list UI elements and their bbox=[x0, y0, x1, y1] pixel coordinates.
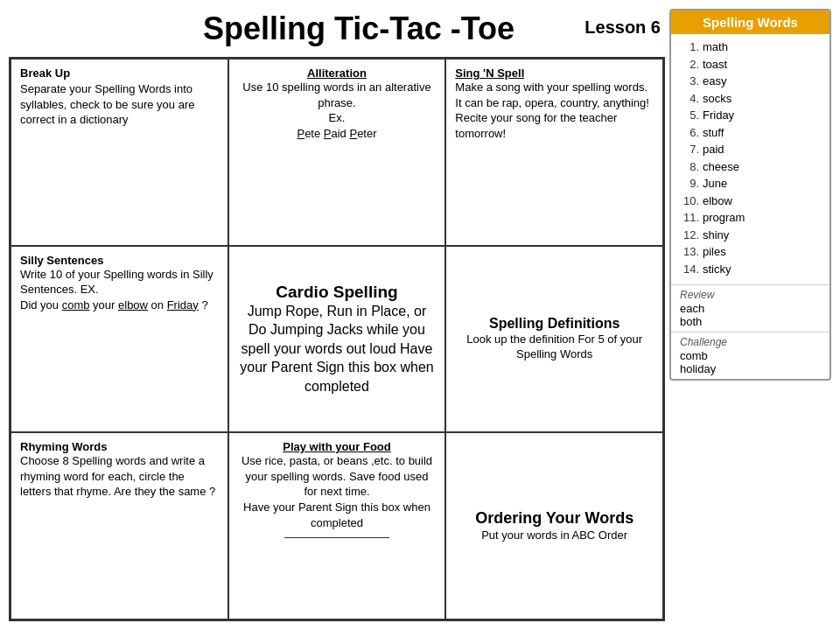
word-item: 11.program bbox=[680, 209, 821, 227]
play-body: Use rice, pasta, or beans ,etc. to build… bbox=[238, 453, 437, 500]
cell-break-up: Break Up Separate your Spelling Words in… bbox=[10, 59, 228, 246]
word-text: stuff bbox=[703, 124, 724, 142]
word-num: 6. bbox=[680, 124, 699, 142]
alliteration-example: Pete Paid Peter bbox=[297, 126, 376, 142]
break-up-body: Separate your Spelling Words into syllab… bbox=[20, 81, 219, 128]
challenge-section: Challenge combholiday bbox=[671, 332, 830, 379]
cell-ordering: Ordering Your Words Put your words in AB… bbox=[445, 432, 663, 620]
cardio-title: Cardio Spelling bbox=[276, 283, 397, 302]
word-text: math bbox=[703, 38, 728, 56]
word-item: 6.stuff bbox=[680, 124, 821, 142]
word-num: 2. bbox=[680, 56, 699, 74]
word-num: 14. bbox=[680, 261, 699, 278]
tic-tac-grid: Break Up Separate your Spelling Words in… bbox=[9, 57, 665, 621]
word-num: 3. bbox=[680, 73, 699, 90]
word-text: piles bbox=[703, 243, 726, 261]
challenge-label: Challenge bbox=[680, 336, 821, 348]
word-num: 9. bbox=[680, 175, 699, 192]
word-item: 2.toast bbox=[680, 56, 821, 74]
main-title: Spelling Tic-Tac -Toe bbox=[52, 0, 665, 47]
defs-title: Spelling Definitions bbox=[489, 316, 620, 332]
word-num: 7. bbox=[680, 141, 699, 158]
word-item: 3.easy bbox=[680, 73, 821, 90]
word-num: 12. bbox=[680, 227, 699, 244]
ordering-title: Ordering Your Words bbox=[475, 509, 634, 528]
rhyming-title: Rhyming Words bbox=[20, 440, 107, 453]
cell-alliteration: Alliteration Use 10 spelling words in an… bbox=[228, 59, 446, 246]
word-num: 5. bbox=[680, 107, 699, 124]
sing-title: Sing 'N Spell bbox=[455, 66, 524, 80]
word-text: socks bbox=[703, 90, 732, 108]
page: Spelling Tic-Tac -Toe Lesson 6 Spelling … bbox=[0, 0, 840, 630]
spelling-words-sidebar: Spelling Words 1.math2.toast3.easy4.sock… bbox=[669, 9, 831, 381]
word-num: 1. bbox=[680, 38, 699, 56]
cell-sing-n-spell: Sing 'N Spell Make a song with your spel… bbox=[445, 59, 663, 246]
word-text: paid bbox=[703, 141, 724, 158]
spelling-words-list: 1.math2.toast3.easy4.socks5.Friday6.stuf… bbox=[671, 34, 830, 284]
word-item: 12.shiny bbox=[680, 227, 821, 244]
cell-silly-sentences: Silly Sentences Write 10 of your Spellin… bbox=[10, 246, 228, 433]
lesson-label: Lesson 6 bbox=[584, 18, 661, 38]
word-text: cheese bbox=[703, 158, 739, 176]
cardio-body: Jump Rope, Run in Place, or Do Jumping J… bbox=[238, 302, 437, 396]
sing-body: Make a song with your spelling words. It… bbox=[455, 80, 654, 141]
challenge-words: combholiday bbox=[680, 349, 821, 375]
word-item: 10.elbow bbox=[680, 192, 821, 210]
word-text: program bbox=[703, 209, 745, 227]
review-section: Review eachboth bbox=[671, 284, 830, 332]
alliteration-ex: Ex. bbox=[329, 110, 346, 126]
cell-definitions: Spelling Definitions Look up the definit… bbox=[445, 246, 663, 433]
word-item: 9.June bbox=[680, 175, 821, 192]
word-item: 1.math bbox=[680, 38, 821, 56]
defs-body: Look up the definition For 5 of your Spe… bbox=[455, 332, 654, 362]
word-item: 13.piles bbox=[680, 243, 821, 261]
word-item: 4.socks bbox=[680, 90, 821, 108]
alliteration-body: Use 10 spelling words in an alterative p… bbox=[238, 80, 437, 110]
play-title: Play with your Food bbox=[283, 440, 391, 453]
silly-body: Write 10 of your Spelling words in Silly… bbox=[20, 267, 219, 298]
play-body2: Have your Parent Sign this box when comp… bbox=[238, 500, 437, 530]
word-text: elbow bbox=[703, 192, 732, 210]
review-label: Review bbox=[680, 289, 821, 301]
word-text: sticky bbox=[703, 261, 732, 278]
word-num: 8. bbox=[680, 158, 699, 176]
cell-play-food: Play with your Food Use rice, pasta, or … bbox=[228, 432, 446, 620]
word-text: toast bbox=[703, 56, 727, 74]
word-text: June bbox=[703, 175, 727, 192]
word-text: easy bbox=[703, 73, 726, 90]
word-num: 13. bbox=[680, 243, 699, 261]
review-words: eachboth bbox=[680, 302, 821, 328]
ordering-body: Put your words in ABC Order bbox=[481, 528, 627, 543]
spelling-words-header: Spelling Words bbox=[671, 10, 830, 34]
word-num: 10. bbox=[680, 192, 699, 210]
alliteration-title: Alliteration bbox=[307, 66, 367, 80]
silly-ex: Did you comb your elbow on Friday ? bbox=[20, 298, 208, 313]
word-text: Friday bbox=[703, 107, 734, 124]
word-num: 4. bbox=[680, 90, 699, 108]
break-up-title: Break Up bbox=[20, 66, 70, 80]
word-text: shiny bbox=[703, 227, 729, 244]
cell-cardio: Cardio Spelling Jump Rope, Run in Place,… bbox=[228, 246, 446, 433]
word-num: 11. bbox=[680, 209, 699, 227]
word-item: 5.Friday bbox=[680, 107, 821, 124]
word-item: 8.cheese bbox=[680, 158, 821, 176]
word-item: 14.sticky bbox=[680, 261, 821, 278]
word-item: 7.paid bbox=[680, 141, 821, 158]
rhyming-body: Choose 8 Spelling words and write a rhym… bbox=[20, 453, 219, 500]
silly-title: Silly Sentences bbox=[20, 254, 103, 267]
cell-rhyming: Rhyming Words Choose 8 Spelling words an… bbox=[10, 432, 228, 620]
line-separator bbox=[284, 537, 389, 538]
